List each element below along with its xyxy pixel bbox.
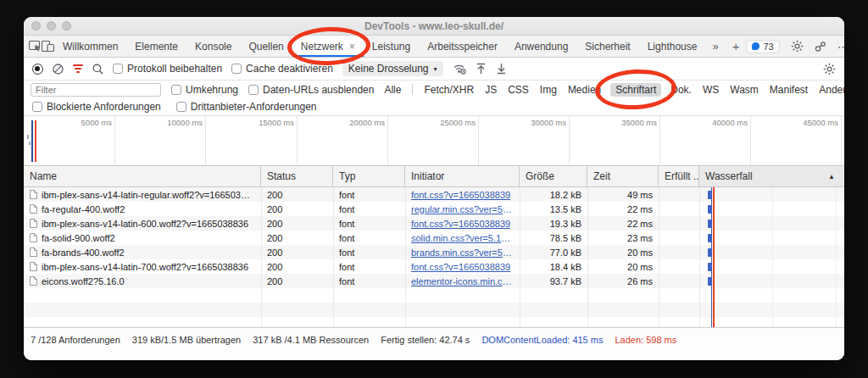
- column-header-wasserfall[interactable]: Wasserfall ▲: [699, 166, 844, 186]
- initiator-link[interactable]: font.css?v=1665038839: [411, 190, 510, 200]
- zoom-window-button[interactable]: [62, 21, 71, 31]
- initiator-link[interactable]: solid.min.css?ver=5.15.3: [411, 233, 514, 243]
- linked-devices-icon[interactable]: [815, 41, 826, 53]
- initiator-link[interactable]: elementor-icons.min.css?ver…: [411, 276, 514, 286]
- request-row[interactable]: fa-brands-400.woff2 200 font brands.min.…: [24, 245, 844, 259]
- tab-konsole[interactable]: Konsole: [186, 36, 240, 57]
- tab-lighthouse[interactable]: Lighthouse: [639, 36, 706, 57]
- filter-type-fetch-xhr[interactable]: Fetch/XHR: [424, 84, 474, 96]
- initiator-link[interactable]: regular.min.css?ver=5.15.3: [411, 204, 514, 214]
- tab-label: Leistung: [372, 41, 410, 53]
- devtools-tab-bar: Willkommen Elemente Konsole Quellen Netz…: [24, 36, 844, 58]
- issues-badge[interactable]: 73: [746, 40, 779, 53]
- filter-type-img[interactable]: Img: [540, 84, 557, 96]
- inspect-element-icon[interactable]: [29, 36, 42, 57]
- column-divider[interactable]: [699, 187, 700, 327]
- close-window-button[interactable]: [31, 21, 41, 31]
- size-cell: 93.7 kB: [520, 274, 587, 288]
- network-settings-gear-icon[interactable]: [823, 63, 836, 75]
- network-overview-timeline[interactable]: 5000 ms 10000 ms 15000 ms 20000 ms 25000…: [24, 116, 844, 166]
- filter-type-manifest[interactable]: Manifest: [770, 84, 808, 96]
- more-tabs-chevron-icon[interactable]: »: [705, 36, 725, 57]
- filter-type-ws[interactable]: WS: [703, 84, 719, 96]
- request-row[interactable]: eicons.woff2?5.16.0 200 font elementor-i…: [24, 274, 844, 288]
- column-header-erfuellt[interactable]: Erfüllt ...: [659, 166, 699, 186]
- hide-data-urls-checkbox[interactable]: Daten-URLs ausblenden: [248, 84, 374, 96]
- filter-type-schriftart[interactable]: Schriftart: [610, 83, 661, 97]
- checkbox-icon[interactable]: [248, 85, 259, 95]
- export-har-icon[interactable]: [496, 63, 507, 75]
- column-divider[interactable]: [261, 187, 262, 327]
- record-network-log-button[interactable]: [32, 64, 43, 75]
- filter-type-andere[interactable]: Andere: [819, 84, 844, 96]
- type-cell: font: [333, 259, 405, 274]
- search-icon[interactable]: [92, 64, 103, 75]
- tab-anwendung[interactable]: Anwendung: [506, 36, 576, 57]
- type-cell: font: [333, 187, 405, 202]
- filter-bar: Umkehrung Daten-URLs ausblenden Alle Fet…: [24, 81, 844, 98]
- initiator-link[interactable]: brands.min.css?ver=5.15.3: [411, 247, 514, 258]
- document-icon: [30, 247, 37, 257]
- column-header-initiator[interactable]: Initiator: [405, 166, 520, 186]
- timeline-tick: 40000 ms: [663, 118, 748, 127]
- settings-gear-icon[interactable]: [791, 40, 804, 53]
- filter-icon[interactable]: [73, 64, 83, 73]
- filter-type-alle[interactable]: Alle: [384, 84, 401, 96]
- filter-type-js[interactable]: JS: [485, 84, 497, 96]
- device-toolbar-icon[interactable]: [42, 36, 54, 57]
- column-divider[interactable]: [659, 187, 659, 327]
- fulfilled-cell: [659, 187, 699, 202]
- request-row[interactable]: fa-solid-900.woff2 200 font solid.min.cs…: [24, 231, 844, 245]
- title-bar[interactable]: DevTools - www.leo-skull.de/: [24, 17, 844, 36]
- column-header-name[interactable]: Name: [24, 166, 261, 186]
- checkbox-icon[interactable]: [32, 102, 42, 112]
- checkbox-icon[interactable]: [113, 64, 123, 74]
- more-options-icon[interactable]: ⋯: [837, 40, 844, 53]
- column-divider[interactable]: [333, 187, 334, 327]
- tab-willkommen[interactable]: Willkommen: [54, 36, 126, 57]
- request-row[interactable]: ibm-plex-sans-v14-latin-regular.woff2?v=…: [24, 187, 844, 202]
- preserve-log-checkbox[interactable]: Protokoll beibehalten: [113, 63, 222, 75]
- request-row[interactable]: fa-regular-400.woff2 200 font regular.mi…: [24, 202, 844, 216]
- tab-elemente[interactable]: Elemente: [126, 36, 186, 57]
- clear-network-log-icon[interactable]: [53, 64, 64, 75]
- tab-leistung[interactable]: Leistung: [364, 36, 419, 57]
- status-cell: 200: [261, 245, 333, 259]
- tab-arbeitsspeicher[interactable]: Arbeitsspeicher: [419, 36, 506, 57]
- tab-quellen[interactable]: Quellen: [240, 36, 292, 57]
- column-header-zeit[interactable]: Zeit: [587, 166, 659, 186]
- filter-input[interactable]: [31, 83, 161, 97]
- fulfilled-cell: [659, 202, 699, 216]
- initiator-link[interactable]: font.css?v=1665038839: [411, 219, 510, 229]
- column-header-typ[interactable]: Typ: [333, 166, 405, 186]
- invert-checkbox[interactable]: Umkehrung: [171, 84, 238, 96]
- request-row[interactable]: ibm-plex-sans-v14-latin-700.woff2?v=1665…: [24, 259, 844, 274]
- tab-label: Quellen: [248, 41, 283, 53]
- document-icon: [30, 233, 37, 242]
- minimize-window-button[interactable]: [47, 21, 56, 31]
- network-conditions-icon[interactable]: [453, 63, 466, 75]
- initiator-link[interactable]: font.css?v=1665038839: [411, 262, 510, 272]
- column-divider[interactable]: [587, 187, 588, 327]
- import-har-icon[interactable]: [476, 63, 487, 75]
- column-divider[interactable]: [520, 187, 520, 327]
- tab-netzwerk[interactable]: Netzwerk ×: [292, 36, 364, 57]
- checkbox-icon[interactable]: [171, 85, 181, 95]
- throttling-select[interactable]: Keine Drosselung ▾: [342, 61, 443, 76]
- column-divider[interactable]: [405, 187, 406, 327]
- filter-type-wasm[interactable]: Wasm: [730, 84, 759, 96]
- tab-sicherheit[interactable]: Sicherheit: [576, 36, 638, 57]
- document-icon: [30, 219, 37, 228]
- checkbox-icon[interactable]: [176, 102, 186, 112]
- column-header-groesse[interactable]: Größe: [520, 166, 587, 186]
- column-header-status[interactable]: Status: [261, 166, 333, 186]
- checkbox-icon[interactable]: [231, 64, 242, 74]
- table-empty-area: [24, 288, 844, 327]
- request-row[interactable]: ibm-plex-sans-v14-latin-600.woff2?v=1665…: [24, 216, 844, 231]
- third-party-requests-checkbox[interactable]: Drittanbieter-Anforderungen: [176, 101, 317, 113]
- overview-activity-mark: [29, 142, 31, 145]
- add-tab-icon[interactable]: +: [726, 36, 747, 57]
- time-cell: 22 ms: [587, 202, 659, 216]
- blocked-requests-checkbox[interactable]: Blockierte Anforderungen: [32, 101, 161, 113]
- filter-type-css[interactable]: CSS: [508, 84, 529, 96]
